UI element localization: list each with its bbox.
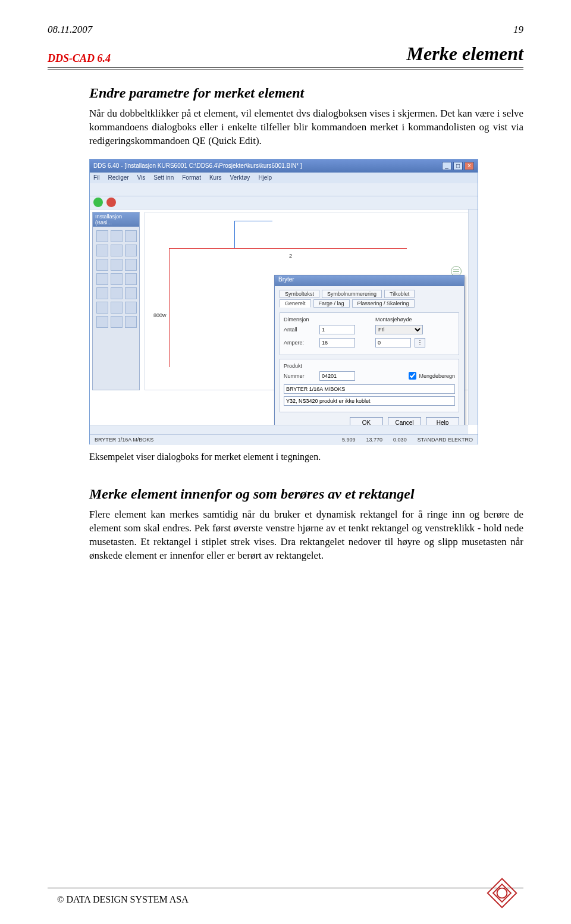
drawing-dim-2: 2 bbox=[289, 253, 292, 259]
app-window: DDS 6.40 - [Installasjon KURS6001 C:\DDS… bbox=[89, 159, 478, 444]
spin-button[interactable]: ⋮ bbox=[415, 338, 425, 347]
palette-tool[interactable] bbox=[96, 273, 108, 285]
footer-text: © DATA DESIGN SYSTEM ASA bbox=[57, 894, 189, 905]
minimize-button[interactable]: _ bbox=[442, 162, 451, 170]
window-title: DDS 6.40 - [Installasjon KURS6001 C:\DDS… bbox=[93, 162, 302, 169]
palette-tool[interactable] bbox=[111, 245, 123, 256]
palette-tool[interactable] bbox=[125, 259, 137, 271]
header-divider bbox=[48, 67, 523, 70]
dialog-title: Bryter bbox=[275, 275, 464, 286]
palette-tool[interactable] bbox=[125, 245, 137, 256]
palette-tool[interactable] bbox=[96, 302, 108, 314]
palette-tool[interactable] bbox=[111, 273, 123, 285]
palette-tool[interactable] bbox=[125, 302, 137, 314]
label-antall: Antall bbox=[284, 327, 316, 333]
document-title: Merke element bbox=[407, 43, 523, 65]
input-nummer[interactable] bbox=[319, 371, 355, 381]
palette-tool[interactable] bbox=[125, 316, 137, 328]
copyright-symbol: © bbox=[57, 895, 64, 904]
menu-item[interactable]: Verktøy bbox=[230, 174, 250, 181]
wall-line bbox=[169, 248, 170, 367]
label-ampere: Ampere: bbox=[284, 340, 316, 346]
svg-marker-1 bbox=[493, 884, 511, 902]
palette-tool[interactable] bbox=[111, 302, 123, 314]
label-nummer: Nummer bbox=[284, 373, 316, 379]
company-name: DATA DESIGN SYSTEM ASA bbox=[64, 894, 188, 904]
input-mount-value[interactable] bbox=[375, 338, 411, 347]
palette-tool[interactable] bbox=[96, 287, 108, 299]
palette-tool[interactable] bbox=[125, 273, 137, 285]
maximize-button[interactable]: □ bbox=[453, 162, 463, 170]
input-ampere[interactable] bbox=[319, 338, 355, 347]
input-product-line2[interactable] bbox=[284, 396, 455, 406]
status-coord-y: 13.770 bbox=[366, 437, 383, 443]
palette-title: Installasjon (Basi... bbox=[93, 212, 139, 227]
toolbar-2 bbox=[90, 196, 478, 209]
horizontal-scrollbar[interactable] bbox=[90, 425, 468, 434]
doc-date: 08.11.2007 bbox=[48, 24, 92, 36]
menu-item[interactable]: Format bbox=[182, 174, 201, 181]
palette-tool[interactable] bbox=[96, 230, 108, 242]
palette-tool[interactable] bbox=[111, 316, 123, 328]
group-montasjehoyde: Montasjehøyde bbox=[375, 317, 455, 322]
figure-caption: Eksempelet viser dialogboks for merket e… bbox=[89, 452, 523, 462]
menu-item[interactable]: Kurs bbox=[209, 174, 222, 181]
tab-plassering[interactable]: Plassering / Skalering bbox=[352, 299, 415, 308]
menu-item[interactable]: Sett inn bbox=[153, 174, 174, 181]
tool-palette: Installasjon (Basi... bbox=[92, 212, 140, 390]
menu-item[interactable]: Fil bbox=[93, 174, 100, 181]
status-coord-z: 0.030 bbox=[393, 437, 407, 443]
footer-divider bbox=[48, 888, 523, 888]
menu-item[interactable]: Vis bbox=[137, 174, 146, 181]
section-1-body: Når du dobbeltklikker på et element, vil… bbox=[89, 107, 523, 148]
tab-symbolnummerering[interactable]: Symbolnummerering bbox=[322, 290, 382, 298]
input-product-line1[interactable] bbox=[284, 384, 455, 394]
palette-tool[interactable] bbox=[111, 259, 123, 271]
menu-bar: Fil Rediger Vis Sett inn Format Kurs Ver… bbox=[90, 173, 478, 183]
menu-item[interactable]: Rediger bbox=[108, 174, 129, 181]
close-button[interactable]: × bbox=[465, 162, 474, 170]
tab-tilkoblet[interactable]: Tilkoblet bbox=[384, 290, 415, 298]
status-right: STANDARD ELEKTRO bbox=[418, 437, 473, 443]
group-dimensjon: Dimensjon bbox=[284, 317, 363, 322]
tab-generelt[interactable]: Generelt bbox=[280, 299, 311, 308]
palette-tool[interactable] bbox=[125, 230, 137, 242]
svg-point-2 bbox=[497, 888, 507, 898]
dds-logo-icon bbox=[485, 876, 519, 910]
palette-tool[interactable] bbox=[96, 259, 108, 271]
bryter-dialog: Bryter Symboltekst Symbolnummerering Til… bbox=[274, 275, 465, 434]
vertical-scrollbar[interactable] bbox=[468, 209, 478, 425]
page-number: 19 bbox=[513, 24, 523, 36]
svg-marker-0 bbox=[488, 879, 517, 908]
status-coord-x: 5.909 bbox=[342, 437, 356, 443]
drawing-label-800w: 800w bbox=[153, 312, 167, 318]
product-name: DDS-CAD 6.4 bbox=[48, 52, 111, 65]
door-line bbox=[234, 221, 272, 221]
reject-icon[interactable] bbox=[106, 198, 116, 207]
palette-tool[interactable] bbox=[111, 287, 123, 299]
tab-farge-lag[interactable]: Farge / lag bbox=[313, 299, 350, 308]
select-fri[interactable]: Fri bbox=[375, 325, 423, 334]
status-left: BRYTER 1/16A M/BOKS bbox=[95, 437, 153, 443]
menu-item[interactable]: Hjelp bbox=[258, 174, 272, 181]
section-2-heading: Merke element innenfor og som berøres av… bbox=[89, 486, 523, 502]
section-2-body: Flere element kan merkes samtidig når du… bbox=[89, 508, 523, 563]
section-1-heading: Endre parametre for merket element bbox=[89, 85, 523, 101]
label-mengdeberegn: Mengdeberegn bbox=[419, 373, 455, 379]
palette-tool[interactable] bbox=[96, 245, 108, 256]
wall-line bbox=[169, 248, 407, 249]
door-line bbox=[234, 221, 235, 248]
tab-symboltekst[interactable]: Symboltekst bbox=[280, 290, 319, 298]
palette-tool[interactable] bbox=[96, 316, 108, 328]
checkbox-mengdeberegn[interactable] bbox=[409, 372, 416, 380]
input-antall[interactable] bbox=[319, 325, 355, 334]
group-produkt: Produkt bbox=[284, 363, 455, 369]
palette-tool[interactable] bbox=[125, 287, 137, 299]
titlebar: DDS 6.40 - [Installasjon KURS6001 C:\DDS… bbox=[90, 159, 478, 173]
status-bar: BRYTER 1/16A M/BOKS 5.909 13.770 0.030 S… bbox=[90, 434, 478, 445]
accept-icon[interactable] bbox=[93, 198, 103, 207]
palette-tool[interactable] bbox=[111, 230, 123, 242]
toolbar-1 bbox=[90, 183, 478, 196]
